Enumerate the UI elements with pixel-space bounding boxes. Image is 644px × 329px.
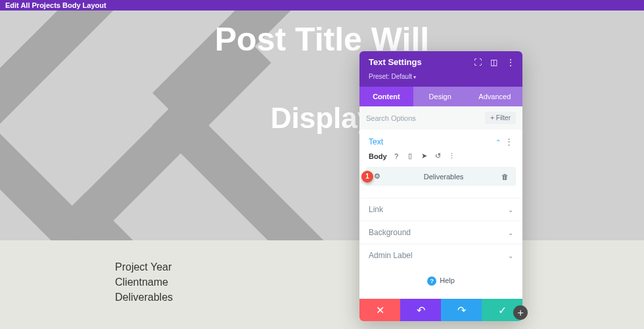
section-link[interactable]: Link ⌄ xyxy=(359,198,522,221)
help-label: Help xyxy=(440,276,455,284)
undo-icon: ↶ xyxy=(417,304,425,317)
search-row: Search Options + Filter xyxy=(359,106,522,129)
settings-tabs: Content Design Advanced xyxy=(359,87,522,106)
redo-icon: ↷ xyxy=(457,304,466,317)
cancel-button[interactable]: ✕ xyxy=(359,299,400,321)
tab-advanced[interactable]: Advanced xyxy=(467,87,522,106)
filter-button[interactable]: + Filter xyxy=(485,112,516,124)
more-dots-icon[interactable]: ⋮ xyxy=(505,139,513,145)
tab-content[interactable]: Content xyxy=(359,87,413,106)
body-text-value: Deliverables xyxy=(386,173,501,181)
panel-title: Text Settings xyxy=(369,57,473,67)
expand-icon[interactable]: ⛶ xyxy=(473,58,482,66)
gear-icon[interactable]: ⚙ xyxy=(373,172,381,181)
reset-icon[interactable]: ↺ xyxy=(434,152,442,160)
section-text[interactable]: Text ⌃ ⋮ xyxy=(359,129,522,146)
chevron-up-icon: ⌃ xyxy=(495,139,501,146)
page-subtitle-placeholder: Display xyxy=(0,102,644,135)
body-content: Project Year Clientname Deliverables xyxy=(115,259,173,305)
content-line: Deliverables xyxy=(115,290,173,305)
preset-label: Preset: Default xyxy=(369,73,412,80)
body-text-row[interactable]: 1 ⚙ Deliverables 🗑 xyxy=(366,167,516,186)
section-background-label: Background xyxy=(369,228,508,237)
section-link-label: Link xyxy=(369,205,508,214)
redo-button[interactable]: ↷ xyxy=(441,299,482,321)
content-line: Clientname xyxy=(115,274,173,290)
check-icon: ✓ xyxy=(498,304,507,317)
section-background[interactable]: Background ⌄ xyxy=(359,221,522,244)
plus-icon: ✕ xyxy=(515,307,526,318)
cursor-icon[interactable]: ➤ xyxy=(420,152,428,160)
chevron-down-icon: ⌄ xyxy=(508,252,513,259)
chevron-down-icon: ⌄ xyxy=(508,206,513,213)
close-icon: ✕ xyxy=(376,304,384,317)
tab-design[interactable]: Design xyxy=(413,87,467,106)
device-icon[interactable]: ▯ xyxy=(406,152,415,160)
help-row[interactable]: ?Help xyxy=(359,267,522,299)
question-icon[interactable]: ? xyxy=(392,152,401,160)
panel-header[interactable]: Text Settings ⛶ ◫ ⋮ xyxy=(359,51,522,73)
search-input[interactable]: Search Options xyxy=(366,114,485,122)
page-title-placeholder: Post Title Will xyxy=(0,23,644,56)
more-dots-icon[interactable]: ⋮ xyxy=(448,152,456,160)
step-badge-1: 1 xyxy=(361,171,373,183)
menu-dots-icon[interactable]: ⋮ xyxy=(506,58,515,66)
trash-icon[interactable]: 🗑 xyxy=(501,172,509,181)
preset-selector[interactable]: Preset: Default▾ xyxy=(359,73,522,87)
columns-icon[interactable]: ◫ xyxy=(490,58,498,66)
section-admin-label-label: Admin Label xyxy=(369,251,508,260)
app-title: Edit All Projects Body Layout xyxy=(5,1,106,9)
content-line: Project Year xyxy=(115,259,173,274)
section-text-label: Text xyxy=(369,137,495,146)
body-label: Body xyxy=(369,152,387,160)
undo-button[interactable]: ↶ xyxy=(400,299,441,321)
text-body-controls: Body ? ▯ ➤ ↺ ⋮ xyxy=(359,146,522,165)
help-icon: ? xyxy=(427,276,436,286)
app-top-bar: Edit All Projects Body Layout xyxy=(0,0,644,11)
text-settings-panel: Text Settings ⛶ ◫ ⋮ Preset: Default▾ Con… xyxy=(359,51,522,321)
section-admin-label[interactable]: Admin Label ⌄ xyxy=(359,244,522,267)
chevron-down-icon: ⌄ xyxy=(508,229,513,236)
panel-actions: ✕ ↶ ↷ ✓ xyxy=(359,299,522,321)
